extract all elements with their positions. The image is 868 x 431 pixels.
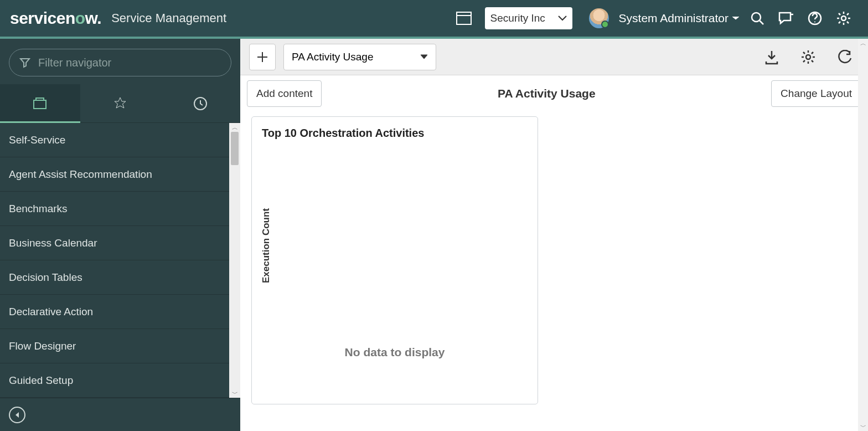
dashboard-picker[interactable]: PA Activity Usage — [283, 44, 436, 70]
download-icon — [764, 49, 779, 65]
new-dashboard-button[interactable] — [249, 44, 276, 70]
chart-y-axis-label: Execution Count — [261, 208, 272, 283]
app-name: Service Management — [111, 11, 226, 25]
collapse-icon — [9, 407, 25, 423]
filter-icon — [19, 57, 30, 68]
gear-icon[interactable] — [834, 8, 854, 28]
navigator-scrollbar[interactable]: ︿ ﹀ — [229, 123, 240, 398]
main-scrollbar[interactable]: ︿ ﹀ — [858, 39, 868, 431]
scrollbar-thumb[interactable] — [231, 132, 239, 165]
dashboard-toolbar: PA Activity Usage — [240, 39, 868, 75]
nav-item-decision-tables[interactable]: Decision Tables — [0, 260, 240, 295]
update-set-icon[interactable] — [454, 8, 474, 28]
dashboard-subbar: Add content PA Activity Usage Change Lay… — [240, 75, 868, 112]
dashboard-title: PA Activity Usage — [322, 87, 771, 100]
servicenow-logo[interactable]: servicenow. — [10, 9, 101, 28]
plus-icon — [256, 51, 268, 63]
application-picker[interactable]: Security Inc — [485, 7, 572, 29]
scroll-up-icon[interactable]: ︿ — [858, 39, 868, 48]
filter-navigator[interactable] — [9, 49, 231, 76]
star-icon — [113, 96, 127, 111]
help-icon[interactable] — [805, 8, 825, 28]
scroll-up-icon[interactable]: ︿ — [229, 123, 240, 132]
application-picker-value: Security Inc — [490, 12, 552, 24]
nav-tab-favorites[interactable] — [80, 84, 161, 123]
svg-rect-8 — [34, 100, 46, 109]
global-banner: servicenow. Service Management Security … — [0, 0, 868, 39]
nav-item-flow-designer[interactable]: Flow Designer — [0, 329, 240, 363]
navigator-list: Self-Service Agent Assist Recommendation… — [0, 123, 240, 398]
chevron-down-icon — [558, 16, 567, 21]
chart-empty-message: No data to display — [345, 346, 445, 359]
nav-tab-all-applications[interactable] — [0, 84, 80, 123]
add-content-button[interactable]: Add content — [247, 80, 322, 107]
nav-item-self-service[interactable]: Self-Service — [0, 123, 240, 157]
nav-item-benchmarks[interactable]: Benchmarks — [0, 192, 240, 226]
svg-rect-0 — [457, 12, 471, 24]
avatar — [589, 8, 609, 28]
svg-point-12 — [806, 55, 810, 59]
caret-down-icon — [420, 54, 428, 60]
nav-tab-history[interactable] — [160, 84, 240, 123]
gear-icon — [800, 49, 816, 65]
clock-icon — [193, 96, 208, 111]
svg-line-3 — [760, 20, 763, 24]
applications-icon — [32, 96, 48, 110]
svg-point-2 — [752, 13, 761, 22]
caret-down-icon — [732, 16, 740, 21]
refresh-button[interactable] — [834, 46, 856, 68]
dashboard-canvas: Top 10 Orchestration Activities Executio… — [240, 112, 868, 431]
chat-icon[interactable] — [776, 8, 796, 28]
nav-item-agent-assist[interactable]: Agent Assist Recommendation — [0, 157, 240, 192]
user-menu[interactable]: System Administrator — [579, 8, 740, 28]
collapse-navigator[interactable] — [0, 398, 240, 431]
user-name: System Administrator — [619, 12, 728, 25]
svg-point-7 — [841, 16, 846, 20]
application-navigator: Self-Service Agent Assist Recommendation… — [0, 39, 240, 431]
nav-item-guided-setup[interactable]: Guided Setup — [0, 363, 240, 398]
scroll-down-icon[interactable]: ﹀ — [858, 422, 868, 431]
dashboard-picker-value: PA Activity Usage — [292, 51, 374, 63]
export-button[interactable] — [761, 46, 783, 68]
svg-point-6 — [814, 22, 815, 23]
refresh-icon — [838, 50, 852, 64]
change-layout-button[interactable]: Change Layout — [771, 80, 861, 107]
dashboard-settings-button[interactable] — [797, 46, 819, 68]
filter-navigator-input[interactable] — [38, 57, 221, 69]
main-content: PA Activity Usage Add content PA Activit… — [240, 39, 868, 431]
widget-top-10-orchestration[interactable]: Top 10 Orchestration Activities Executio… — [251, 116, 538, 404]
navigator-tabs — [0, 84, 240, 123]
search-icon[interactable] — [747, 8, 767, 28]
nav-item-business-calendar[interactable]: Business Calendar — [0, 226, 240, 260]
scroll-down-icon[interactable]: ﹀ — [229, 389, 240, 398]
widget-title: Top 10 Orchestration Activities — [262, 127, 528, 140]
nav-item-declarative-action[interactable]: Declarative Action — [0, 295, 240, 329]
